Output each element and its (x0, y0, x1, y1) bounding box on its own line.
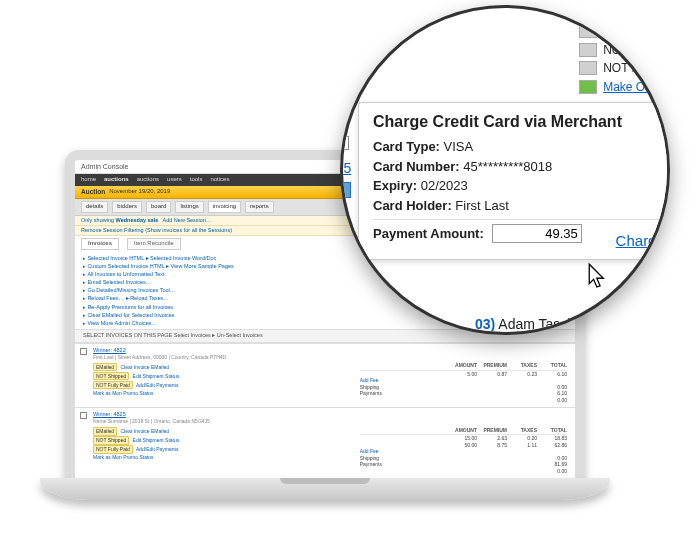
add-pay-link[interactable]: Add/Edit Payments (136, 446, 179, 452)
nav-tools[interactable]: tools (190, 176, 203, 184)
status-not-shipped: NOT Shipped (93, 436, 129, 445)
card-type-value: VISA (444, 139, 474, 154)
mark-paid-link[interactable]: Mark as Mon Promo Status (93, 390, 354, 397)
col-taxes: TAXES (507, 362, 537, 369)
invoice-address: Name Surname | 2019 St | Ontario, Canada… (93, 418, 567, 425)
holder-value: First Last (455, 198, 508, 213)
card-type-label: Card Type: (373, 139, 440, 154)
charge-credit-link[interactable]: Charge Credit (616, 232, 670, 249)
box-icon (579, 43, 597, 57)
subnav-listings[interactable]: listings (175, 201, 203, 213)
invoice-checkbox[interactable] (80, 348, 87, 355)
invoice-status-block: EMailed Clear Invoice EMailed NOT Shippe… (93, 427, 354, 475)
invoice-status-block: EMailed Clear Invoice EMailed NOT Shippe… (93, 362, 354, 403)
status-not-paid: NOT Fully Paid (93, 381, 133, 390)
wallet-icon (579, 61, 597, 75)
col-premium: PREMIUM (477, 362, 507, 369)
nav-auctions[interactable]: auctions (104, 176, 129, 184)
customer-city: Alberta, Can (629, 316, 670, 332)
status-not-emailed: NOT EMailed (603, 22, 670, 41)
card-number-value: 45*********8018 (463, 159, 552, 174)
invoice-checkbox[interactable] (340, 136, 349, 150)
subnav-reports[interactable]: reports (245, 201, 274, 213)
only-showing-value: Wednesday sale (116, 217, 159, 223)
holder-label: Card Holder: (373, 198, 452, 213)
nav-notices[interactable]: notices (210, 176, 229, 184)
expiry-label: Expiry: (373, 178, 417, 193)
laptop-base (40, 478, 610, 500)
subnav-invoicing[interactable]: invoicing (208, 201, 241, 213)
invoice-row: Winner: 4822 First Last | Street Address… (75, 343, 575, 408)
status-not-fully-paid: NOT Fully Paid (603, 59, 670, 78)
payment-amount-input[interactable] (492, 224, 582, 243)
col-amount: AMOUNT (447, 362, 477, 369)
status-emailed: EMailed (93, 427, 117, 436)
invoice-id-link[interactable]: 485 (340, 160, 351, 176)
nav-auctions-2[interactable]: auctions (137, 176, 159, 184)
tab-reconcile[interactable]: Item Reconcile (127, 238, 181, 250)
tab-invoices[interactable]: Invoices (81, 238, 119, 250)
nav-users[interactable]: users (167, 176, 182, 184)
invoice-row: Winner: 4825 Name Surname | 2019 St | On… (75, 407, 575, 478)
magnifier-lens: NOT EMailed O NOT Shipped E NOT Fully Pa… (340, 5, 670, 335)
subnav-bidders[interactable]: bidders (112, 201, 142, 213)
invoice-checkbox[interactable] (80, 412, 87, 419)
status-emailed: EMailed (93, 363, 117, 372)
payment-amount-label: Payment Amount: (373, 226, 484, 241)
id-fragment: 03) (475, 316, 495, 332)
subnav-details[interactable]: details (81, 201, 108, 213)
status-list: NOT EMailed O NOT Shipped E NOT Fully Pa… (579, 22, 670, 96)
clear-emailed-link[interactable]: Clear Invoice EMailed (120, 428, 169, 434)
mail-icon (579, 24, 597, 38)
charge-card-panel: Charge Credit Card via Merchant Card Typ… (358, 102, 670, 260)
nav-home[interactable]: home (81, 176, 96, 184)
invoice-amounts: AMOUNT PREMIUM TAXES TOTAL 5.000.870.236… (360, 362, 567, 403)
status-not-paid: NOT Fully Paid (93, 445, 133, 454)
edit-ship-link[interactable]: Edit Shipment Status (133, 373, 180, 379)
money-icon (579, 80, 597, 94)
add-pay-link[interactable]: Add/Edit Payments (136, 382, 179, 388)
invoice-id-link[interactable]: Winner: 4825 (93, 411, 126, 417)
col-total: TOTAL (537, 362, 567, 369)
card-number-label: Card Number: (373, 159, 460, 174)
invoice-address: First Last | Street Address, 00000 | Cou… (93, 354, 567, 361)
auction-label: Auction (81, 188, 105, 196)
clear-emailed-link[interactable]: Clear Invoice EMailed (120, 364, 169, 370)
subnav-board[interactable]: board (146, 201, 171, 213)
make-online-pay-link[interactable]: Make Online Pay (603, 78, 670, 97)
expiry-value: 02/2023 (421, 178, 468, 193)
invoice-amounts: AMOUNT PREMIUM TAXES TOTAL 15.002.630.20… (360, 427, 567, 475)
edit-ship-link[interactable]: Edit Shipment Status (133, 437, 180, 443)
status-not-shipped: NOT Shipped (93, 372, 129, 381)
document-icon[interactable] (340, 182, 351, 198)
status-not-shipped: NOT Shipped (603, 41, 670, 60)
invoice-id-link[interactable]: Winner: 4822 (93, 347, 126, 353)
mark-paid-link[interactable]: Mark as Mon Promo Status (93, 454, 354, 461)
add-session-link[interactable]: Add New Session… (163, 217, 212, 223)
panel-title: Charge Credit Card via Merchant (373, 113, 670, 131)
only-showing-label: Only showing (81, 217, 114, 223)
auction-date: November 19/20, 2019 (109, 188, 170, 196)
